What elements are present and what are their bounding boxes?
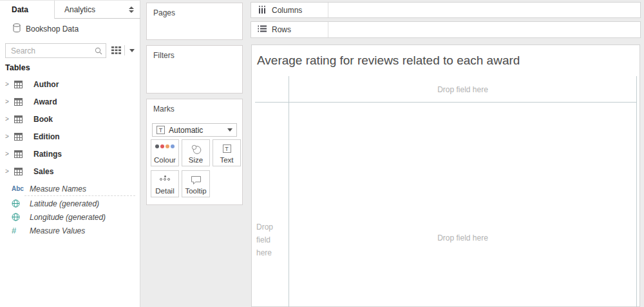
table-icon (14, 115, 28, 123)
colour-icon (151, 144, 178, 148)
dropzone-line-vertical-right (636, 76, 637, 307)
expand-chevron-icon[interactable]: > (5, 98, 14, 105)
text-icon: T (213, 144, 240, 153)
table-name: Edition (33, 132, 60, 141)
columns-shelf-label: Columns (272, 6, 302, 15)
search-options-caret-icon[interactable] (128, 45, 137, 55)
divider (24, 195, 135, 196)
field-row-longitude[interactable]: Longitude (generated) (0, 210, 140, 224)
table-row-ratings[interactable]: > Ratings (0, 145, 140, 163)
tooltip-button-label: Tooltip (185, 187, 206, 195)
table-row-edition[interactable]: > Edition (0, 128, 140, 145)
tab-data[interactable]: Data (0, 1, 55, 19)
columns-icon (258, 5, 267, 16)
detail-button[interactable]: Detail (151, 170, 179, 197)
table-row-book[interactable]: > Book (0, 110, 140, 128)
sheet-title[interactable]: Average rating for reviews related to ea… (257, 54, 520, 68)
drop-zone-top[interactable]: Drop field here (289, 85, 636, 94)
field-name: Latitude (generated) (30, 199, 99, 208)
columns-shelf-label-zone: Columns (251, 3, 328, 17)
tooltip-button[interactable]: Tooltip (182, 170, 210, 197)
expand-chevron-icon[interactable]: > (5, 150, 14, 157)
drop-zone-main[interactable]: Drop field here (289, 233, 636, 243)
filters-shelf[interactable]: Filters (146, 45, 243, 94)
rows-shelf-label-zone: Rows (251, 22, 328, 37)
field-row-latitude[interactable]: Latitude (generated) (0, 197, 140, 210)
database-icon (13, 23, 21, 35)
table-name: Author (33, 80, 59, 89)
table-name: Award (33, 97, 57, 106)
table-row-author[interactable]: > Author (0, 75, 140, 93)
table-name: Sales (33, 167, 53, 176)
field-name: Longitude (generated) (30, 213, 106, 222)
tableau-workspace: Data Analytics Bookshop Data (0, 0, 644, 307)
detail-icon (151, 175, 178, 181)
text-button-label: Text (220, 156, 233, 164)
search-input[interactable] (6, 46, 91, 55)
tab-data-label: Data (12, 5, 28, 14)
table-row-award[interactable]: > Award (0, 93, 140, 110)
text-button[interactable]: T Text (213, 139, 241, 166)
grid-view-icon[interactable] (110, 45, 123, 56)
rows-icon (258, 24, 267, 35)
field-row-measure-names[interactable]: Abc Measure Names (0, 182, 140, 195)
data-pane: Data Analytics Bookshop Data (0, 0, 140, 307)
mark-type-dropdown[interactable]: T Automatic (152, 123, 237, 137)
filters-label: Filters (153, 51, 175, 60)
tooltip-icon (182, 175, 209, 185)
size-icon (182, 144, 209, 154)
columns-shelf[interactable]: Columns (251, 2, 641, 18)
field-search (5, 43, 106, 58)
expand-chevron-icon[interactable]: > (5, 81, 14, 88)
table-row-sales[interactable]: > Sales (0, 163, 140, 180)
search-icon (91, 47, 106, 55)
colour-button-label: Colour (154, 156, 176, 164)
text-mark-icon: T (156, 126, 165, 134)
table-icon (14, 150, 28, 158)
worksheet-view: Average rating for reviews related to ea… (251, 45, 640, 307)
marks-label: Marks (153, 104, 175, 114)
table-icon (14, 98, 28, 106)
chevron-down-icon (227, 128, 232, 132)
divider (124, 45, 125, 55)
marks-card: Marks T Automatic Colour Size T Text (146, 99, 243, 205)
expand-chevron-icon[interactable]: > (5, 168, 14, 175)
field-row-measure-values[interactable]: # Measure Values (0, 224, 140, 237)
globe-icon (12, 213, 30, 221)
field-name: Measure Values (30, 226, 85, 235)
detail-button-label: Detail (155, 187, 174, 195)
table-icon (14, 133, 28, 141)
pages-label: Pages (153, 8, 175, 17)
rows-shelf-label: Rows (272, 25, 291, 34)
table-name: Book (33, 115, 53, 124)
pages-shelf[interactable]: Pages (146, 3, 243, 40)
expand-chevron-icon[interactable]: > (5, 133, 14, 140)
expand-chevron-icon[interactable]: > (5, 115, 14, 123)
data-source-item[interactable]: Bookshop Data (0, 21, 140, 37)
size-button[interactable]: Size (182, 139, 210, 166)
table-name: Ratings (33, 150, 62, 159)
size-button-label: Size (189, 156, 203, 164)
globe-icon (12, 199, 30, 208)
rows-shelf[interactable]: Rows (251, 21, 641, 38)
mark-type-value: Automatic (169, 126, 223, 135)
table-icon (14, 168, 28, 175)
tables-section-title: Tables (5, 63, 30, 72)
data-source-name: Bookshop Data (26, 25, 79, 34)
hash-icon: # (12, 226, 30, 235)
dropzone-line-vertical-left (289, 76, 289, 307)
field-name: Measure Names (30, 184, 86, 193)
abc-icon: Abc (12, 185, 30, 192)
table-icon (14, 81, 28, 88)
drop-zone-left[interactable]: Drop field here (256, 221, 285, 259)
dropzone-line-horizontal (255, 102, 637, 103)
tab-analytics-label: Analytics (64, 5, 95, 14)
tab-analytics[interactable]: Analytics (55, 1, 140, 19)
colour-button[interactable]: Colour (151, 139, 179, 166)
pane-collapse-icon[interactable] (129, 6, 134, 13)
